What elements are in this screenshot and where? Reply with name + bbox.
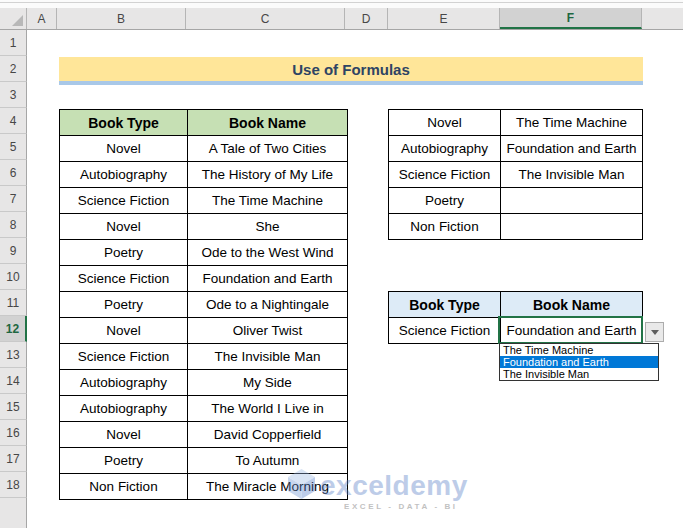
column-header[interactable]: F <box>500 8 642 29</box>
source-header-book-name[interactable]: Book Name <box>188 110 348 136</box>
row-header[interactable]: 16 <box>0 420 27 446</box>
data-validation-dropdown-button[interactable] <box>645 322 664 342</box>
table-row: Science Fiction The Invisible Man <box>60 344 348 370</box>
book-name-cell[interactable]: To Autumn <box>188 448 348 474</box>
row-header[interactable]: 13 <box>0 342 27 368</box>
book-name-cell[interactable]: David Copperfield <box>188 422 348 448</box>
table-row: Novel The Time Machine <box>389 110 643 136</box>
formula-bar-divider <box>0 2 683 3</box>
row-header[interactable]: 5 <box>0 134 27 160</box>
row-header[interactable]: 11 <box>0 290 27 316</box>
book-type-cell[interactable]: Novel <box>60 136 188 162</box>
table-row: Novel She <box>60 214 348 240</box>
dropdown-option[interactable]: The Time Machine <box>500 344 658 356</box>
table-row: Autobiography My Side <box>60 370 348 396</box>
source-table: Book Type Book Name Novel A Tale of Two … <box>59 109 348 500</box>
book-type-cell[interactable]: Poetry <box>60 240 188 266</box>
row-header[interactable]: 2 <box>0 56 27 82</box>
table-row: Novel Oliver Twist <box>60 318 348 344</box>
book-name-cell[interactable]: Foundation and Earth <box>188 266 348 292</box>
book-type-cell[interactable]: Autobiography <box>389 136 501 162</box>
column-header[interactable]: A <box>27 8 57 29</box>
book-type-cell[interactable]: Non Fiction <box>389 214 501 240</box>
table-row: Poetry Ode to a Nightingale <box>60 292 348 318</box>
book-type-cell[interactable]: Autobiography <box>60 370 188 396</box>
book-name-cell[interactable]: Ode to a Nightingale <box>188 292 348 318</box>
dropdown-option[interactable]: The Invisible Man <box>500 368 658 380</box>
book-type-cell[interactable]: Science Fiction <box>60 266 188 292</box>
result-header-book-type[interactable]: Book Type <box>389 292 501 318</box>
book-type-cell[interactable]: Novel <box>60 318 188 344</box>
dropdown-option[interactable]: Foundation and Earth <box>500 356 658 368</box>
book-name-cell[interactable]: Ode to the West Wind <box>188 240 348 266</box>
book-type-cell[interactable]: Autobiography <box>60 396 188 422</box>
row-header[interactable]: 17 <box>0 446 27 472</box>
column-header[interactable]: B <box>57 8 186 29</box>
book-type-cell[interactable]: Non Fiction <box>60 474 188 500</box>
table-row: Poetry <box>389 188 643 214</box>
book-name-cell[interactable]: A Tale of Two Cities <box>188 136 348 162</box>
book-name-cell[interactable]: The Time Machine <box>501 110 643 136</box>
book-name-cell[interactable]: Foundation and Earth <box>501 136 643 162</box>
select-all-triangle-icon <box>12 15 23 26</box>
row-header[interactable]: 18 <box>0 472 27 498</box>
result-book-type-cell[interactable]: Science Fiction <box>389 318 501 344</box>
book-name-cell[interactable]: The Time Machine <box>188 188 348 214</box>
book-type-cell[interactable]: Novel <box>60 214 188 240</box>
book-type-cell[interactable]: Poetry <box>60 292 188 318</box>
row-header[interactable]: 12 <box>0 316 27 342</box>
book-type-cell[interactable]: Science Fiction <box>60 344 188 370</box>
row-header[interactable]: 8 <box>0 212 27 238</box>
book-name-cell[interactable]: The History of My Life <box>188 162 348 188</box>
row-headers: 1 2 3 4 5 6 7 8 9 10 11 12 13 14 15 16 1… <box>0 30 27 528</box>
dropdown-list: The Time Machine Foundation and Earth Th… <box>499 343 659 381</box>
summary-table: Novel The Time Machine Autobiography Fou… <box>388 109 643 240</box>
book-name-cell[interactable]: The Miracle Morning <box>188 474 348 500</box>
table-row: Science Fiction Foundation and Earth <box>60 266 348 292</box>
column-header[interactable]: C <box>186 8 345 29</box>
table-row: Non Fiction The Miracle Morning <box>60 474 348 500</box>
table-row: Autobiography The History of My Life <box>60 162 348 188</box>
table-row: Autobiography The World I Live in <box>60 396 348 422</box>
row-header[interactable]: 15 <box>0 394 27 420</box>
watermark-tagline: EXCEL - DATA - BI <box>344 502 468 511</box>
book-type-cell[interactable]: Science Fiction <box>60 188 188 214</box>
result-header-book-name[interactable]: Book Name <box>501 292 643 318</box>
book-name-cell[interactable] <box>501 188 643 214</box>
row-header[interactable]: 6 <box>0 160 27 186</box>
book-type-cell[interactable]: Science Fiction <box>389 162 501 188</box>
book-name-cell[interactable] <box>501 214 643 240</box>
result-book-name-cell[interactable]: Foundation and Earth <box>501 318 643 344</box>
book-name-cell[interactable]: She <box>188 214 348 240</box>
row-header[interactable]: 3 <box>0 82 27 108</box>
source-header-book-type[interactable]: Book Type <box>60 110 188 136</box>
row-header[interactable]: 1 <box>0 30 27 56</box>
title-banner-cell[interactable]: Use of Formulas <box>59 57 643 85</box>
book-type-cell[interactable]: Novel <box>60 422 188 448</box>
column-header[interactable]: D <box>345 8 388 29</box>
book-type-cell[interactable]: Autobiography <box>60 162 188 188</box>
row-header[interactable]: 7 <box>0 186 27 212</box>
book-name-cell[interactable]: The Invisible Man <box>501 162 643 188</box>
table-row: Novel A Tale of Two Cities <box>60 136 348 162</box>
row-header[interactable]: 9 <box>0 238 27 264</box>
book-type-cell[interactable]: Novel <box>389 110 501 136</box>
source-table-header-row: Book Type Book Name <box>60 110 348 136</box>
book-name-cell[interactable]: My Side <box>188 370 348 396</box>
column-header[interactable]: E <box>388 8 500 29</box>
result-row: Science Fiction Foundation and Earth <box>389 318 643 344</box>
row-header[interactable]: 4 <box>0 108 27 134</box>
table-row: Novel David Copperfield <box>60 422 348 448</box>
table-row: Science Fiction The Invisible Man <box>389 162 643 188</box>
table-row: Autobiography Foundation and Earth <box>389 136 643 162</box>
book-name-cell[interactable]: The World I Live in <box>188 396 348 422</box>
select-all-button[interactable] <box>0 8 27 29</box>
row-header[interactable]: 10 <box>0 264 27 290</box>
book-name-cell[interactable]: Oliver Twist <box>188 318 348 344</box>
result-table: Book Type Book Name Science Fiction Foun… <box>388 291 643 344</box>
book-type-cell[interactable]: Poetry <box>389 188 501 214</box>
book-type-cell[interactable]: Poetry <box>60 448 188 474</box>
book-name-cell[interactable]: The Invisible Man <box>188 344 348 370</box>
row-header[interactable]: 14 <box>0 368 27 394</box>
table-row: Poetry To Autumn <box>60 448 348 474</box>
